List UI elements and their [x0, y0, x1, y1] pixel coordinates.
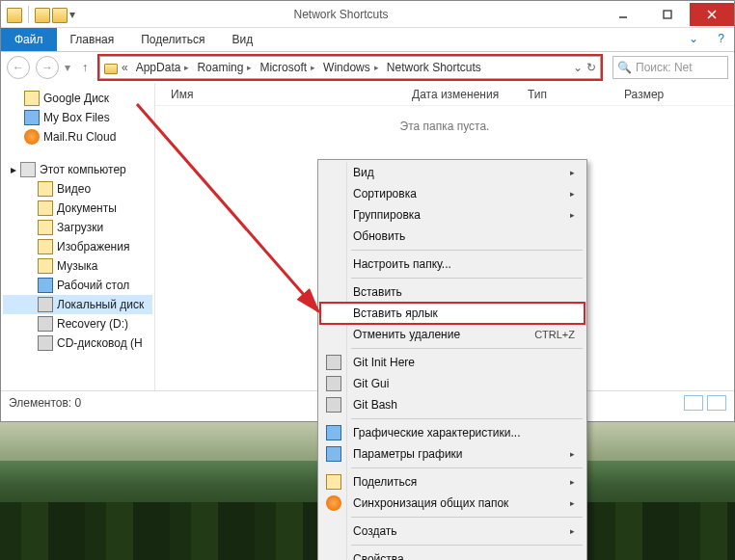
crumb-appdata[interactable]: AppData▸ — [132, 57, 194, 78]
intel-icon — [326, 425, 341, 440]
cd-icon — [38, 335, 53, 351]
menu-gfx-param[interactable]: Параметры графики▸ — [320, 443, 585, 465]
column-headers[interactable]: Имя Дата изменения Тип Размер — [155, 83, 734, 106]
folder-icon — [38, 239, 53, 254]
tab-home[interactable]: Главная — [57, 28, 128, 51]
minimize-button[interactable] — [601, 3, 645, 26]
svg-rect-1 — [664, 11, 671, 18]
menu-properties[interactable]: Свойства — [320, 548, 585, 560]
disk-icon — [38, 316, 53, 332]
search-input[interactable]: 🔍 Поиск: Net — [612, 56, 728, 79]
app-icon — [7, 8, 22, 23]
sidebar-item-videos[interactable]: Видео — [3, 179, 152, 199]
git-icon — [326, 397, 341, 413]
col-type[interactable]: Тип — [528, 88, 624, 101]
back-button[interactable]: ← — [7, 56, 30, 79]
forward-button[interactable]: → — [36, 56, 59, 79]
refresh-icon[interactable]: ↻ — [586, 61, 596, 74]
sidebar-item-documents[interactable]: Документы — [3, 199, 152, 218]
context-menu: Вид▸ Сортировка▸ Группировка▸ Обновить Н… — [317, 159, 587, 560]
folder-icon — [38, 258, 53, 274]
git-icon — [326, 376, 341, 391]
menu-gfx-char[interactable]: Графические характеристики... — [320, 422, 585, 443]
qat-newfolder-icon[interactable] — [52, 8, 68, 23]
menu-group[interactable]: Группировка▸ — [320, 204, 585, 226]
view-large-button[interactable] — [707, 395, 726, 411]
crumb-network-shortcuts[interactable]: Network Shortcuts — [383, 57, 485, 78]
sidebar-item-music[interactable]: Музыка — [3, 256, 152, 276]
menu-customize-folder[interactable]: Настроить папку... — [320, 253, 585, 275]
intel-icon — [326, 446, 341, 462]
search-placeholder: Поиск: Net — [636, 61, 693, 74]
sidebar-item-desktop[interactable]: Рабочий стол — [3, 276, 152, 295]
tab-share[interactable]: Поделиться — [127, 28, 218, 51]
menu-view[interactable]: Вид▸ — [320, 162, 585, 183]
window-title: Network Shortcuts — [81, 8, 601, 21]
sidebar-item-this-pc[interactable]: ▸ Этот компьютер — [3, 160, 152, 179]
qat-dropdown-icon[interactable]: ▾ — [69, 8, 75, 21]
folder-icon — [38, 181, 53, 197]
address-overflow-icon[interactable]: « — [118, 61, 132, 74]
git-icon — [326, 355, 341, 370]
folder-icon — [38, 220, 53, 235]
nav-row: ← → ▾ ↑ « AppData▸ Roaming▸ Microsoft▸ W… — [1, 52, 734, 83]
menu-sort[interactable]: Сортировка▸ — [320, 183, 585, 204]
menu-git-init[interactable]: Git Init Here — [320, 352, 585, 373]
desktop-icon — [38, 278, 53, 293]
sidebar-item-local-disk[interactable]: Локальный диск — [3, 295, 152, 314]
box-icon — [24, 110, 40, 125]
col-name[interactable]: Имя — [171, 88, 412, 101]
col-size[interactable]: Размер — [624, 88, 683, 101]
crumb-windows[interactable]: Windows▸ — [319, 57, 383, 78]
maximize-button[interactable] — [645, 3, 690, 26]
menu-create[interactable]: Создать▸ — [320, 520, 585, 542]
up-button[interactable]: ↑ — [76, 59, 94, 76]
empty-folder-text: Эта папка пуста. — [155, 120, 734, 133]
sidebar-item-mailru[interactable]: Mail.Ru Cloud — [3, 127, 152, 147]
menu-refresh[interactable]: Обновить — [320, 226, 585, 247]
sidebar-item-recovery[interactable]: Recovery (D:) — [3, 314, 152, 333]
tab-file[interactable]: Файл — [1, 28, 57, 51]
tab-view[interactable]: Вид — [218, 28, 266, 51]
search-icon: 🔍 — [617, 61, 632, 74]
menu-git-bash[interactable]: Git Bash — [320, 394, 585, 415]
crumb-microsoft[interactable]: Microsoft▸ — [256, 57, 319, 78]
menu-git-gui[interactable]: Git Gui — [320, 373, 585, 394]
menu-undo-delete[interactable]: Отменить удалениеCTRL+Z — [320, 324, 585, 345]
address-dropdown-icon[interactable]: ⌄ — [573, 61, 583, 74]
sidebar-item-downloads[interactable]: Загрузки — [3, 218, 152, 237]
history-dropdown-icon[interactable]: ▾ — [65, 61, 70, 74]
ribbon-help-icon[interactable]: ? — [708, 28, 734, 51]
sync-icon — [326, 495, 341, 511]
ribbon-tabs: Файл Главная Поделиться Вид ⌄ ? — [1, 28, 734, 52]
sidebar-item-pictures[interactable]: Изображения — [3, 237, 152, 256]
close-button[interactable] — [690, 3, 734, 26]
view-details-button[interactable] — [684, 395, 703, 411]
pc-icon — [20, 162, 36, 177]
folder-icon — [38, 200, 53, 216]
ribbon-expand-icon[interactable]: ⌄ — [679, 28, 708, 51]
titlebar[interactable]: ▾ Network Shortcuts — [1, 1, 734, 28]
crumb-roaming[interactable]: Roaming▸ — [193, 57, 256, 78]
sidebar-item-google-disk[interactable]: Google Диск — [3, 89, 152, 108]
address-folder-icon — [104, 64, 118, 74]
menu-paste[interactable]: Вставить — [320, 281, 585, 303]
menu-share[interactable]: Поделиться▸ — [320, 471, 585, 493]
col-date[interactable]: Дата изменения — [412, 88, 528, 101]
share-icon — [326, 474, 341, 490]
nav-pane[interactable]: Google Диск My Box Files Mail.Ru Cloud ▸… — [1, 83, 155, 390]
menu-sync[interactable]: Синхронизация общих папок▸ — [320, 493, 585, 514]
sidebar-item-box[interactable]: My Box Files — [3, 108, 152, 127]
status-count: Элементов: 0 — [9, 396, 81, 410]
sidebar-item-cd[interactable]: CD-дисковод (H — [3, 333, 152, 353]
folder-icon — [24, 91, 40, 106]
address-bar[interactable]: « AppData▸ Roaming▸ Microsoft▸ Windows▸ … — [99, 56, 601, 79]
qat: ▾ — [1, 6, 81, 23]
mailru-icon — [24, 129, 40, 145]
menu-paste-shortcut[interactable]: Вставить ярлык — [320, 303, 585, 324]
qat-props-icon[interactable] — [35, 8, 50, 23]
disk-icon — [38, 297, 53, 312]
